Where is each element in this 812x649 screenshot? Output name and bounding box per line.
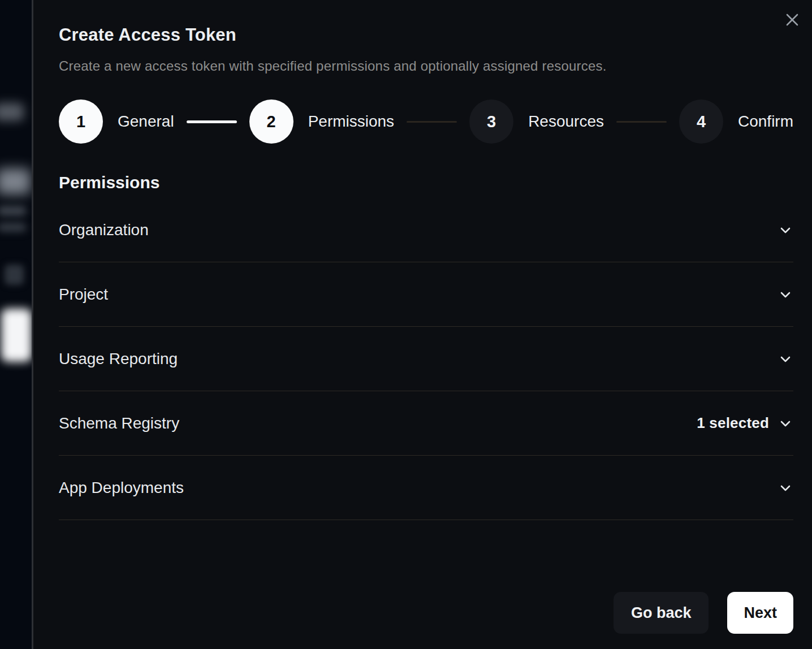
permission-groups-list: Organization Project Usage Reporting: [59, 198, 793, 520]
backdrop-blur-shape: [0, 206, 26, 216]
step-label: Confirm: [738, 113, 793, 131]
step-connector-complete: [187, 120, 237, 123]
accordion-row-usage-reporting[interactable]: Usage Reporting: [59, 327, 793, 391]
background-page: [0, 0, 32, 649]
chevron-down-icon: [778, 287, 793, 302]
close-icon: [785, 12, 800, 27]
step-confirm[interactable]: 4 Confirm: [679, 99, 793, 144]
chevron-down-icon: [778, 416, 793, 431]
chevron-down-icon: [778, 480, 793, 496]
accordion-row-schema-registry[interactable]: Schema Registry 1 selected: [59, 391, 793, 456]
backdrop-blur-shape: [5, 265, 24, 285]
dialog-footer: Go back Next: [614, 592, 793, 634]
step-permissions[interactable]: 2 Permissions: [249, 99, 394, 144]
chevron-down-icon: [778, 351, 793, 367]
accordion-row-label: Schema Registry: [59, 414, 179, 432]
step-number-badge: 4: [679, 99, 723, 144]
dialog-subtitle: Create a new access token with specified…: [59, 58, 793, 74]
step-connector-upcoming: [407, 121, 457, 123]
backdrop-blur-shape: [0, 223, 26, 232]
step-label: Permissions: [308, 113, 394, 131]
step-label: General: [118, 113, 174, 131]
selection-count-badge: 1 selected: [697, 414, 769, 432]
chevron-down-icon: [778, 222, 793, 238]
accordion-row-organization[interactable]: Organization: [59, 198, 793, 262]
accordion-row-label: Project: [59, 285, 108, 304]
permissions-heading: Permissions: [59, 173, 793, 192]
backdrop-blur-shape: [0, 103, 24, 121]
accordion-row-label: Organization: [59, 221, 149, 239]
accordion-row-app-deployments[interactable]: App Deployments: [59, 456, 793, 520]
step-resources[interactable]: 3 Resources: [469, 99, 604, 144]
step-label: Resources: [528, 113, 604, 131]
create-access-token-dialog: Create Access Token Create a new access …: [32, 0, 812, 649]
step-connector-upcoming: [616, 121, 667, 123]
dialog-title: Create Access Token: [59, 25, 793, 45]
step-number-badge: 1: [59, 99, 103, 144]
accordion-row-project[interactable]: Project: [59, 262, 793, 327]
accordion-row-label: App Deployments: [59, 479, 184, 497]
step-number-badge: 2: [249, 99, 293, 144]
backdrop-blur-shape: [1, 309, 32, 362]
backdrop-blur-shape: [0, 168, 31, 194]
stepper: 1 General 2 Permissions 3 Resources 4 Co…: [59, 99, 793, 144]
go-back-button[interactable]: Go back: [614, 592, 709, 634]
next-button[interactable]: Next: [727, 592, 793, 634]
step-general[interactable]: 1 General: [59, 99, 174, 144]
step-number-badge: 3: [469, 99, 513, 144]
accordion-row-label: Usage Reporting: [59, 350, 178, 368]
close-button[interactable]: [783, 10, 802, 29]
